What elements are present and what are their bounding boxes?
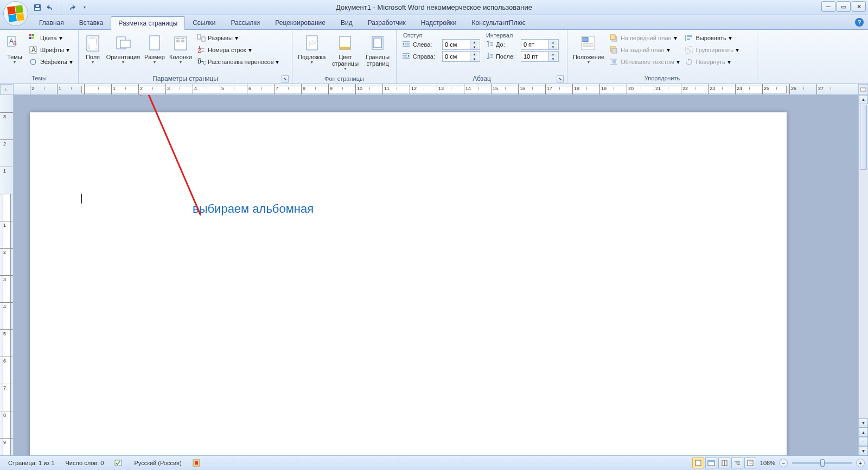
- document-area[interactable]: выбираем альбомная: [14, 95, 858, 455]
- tab-insert[interactable]: Вставка: [72, 16, 111, 29]
- theme-fonts-button[interactable]: A Шрифты▾: [27, 44, 75, 56]
- zoom-out-button[interactable]: −: [779, 459, 788, 467]
- svg-rect-79: [708, 460, 714, 462]
- view-web-layout[interactable]: [718, 458, 730, 468]
- status-macro[interactable]: [188, 458, 205, 469]
- scroll-thumb[interactable]: [860, 105, 867, 170]
- spin-down[interactable]: ▼: [470, 45, 478, 49]
- orientation-button[interactable]: Ориентация▼: [105, 32, 142, 73]
- theme-colors-button[interactable]: Цвета▾: [27, 32, 75, 44]
- office-button[interactable]: [3, 1, 28, 26]
- pagesetup-dialog-launcher[interactable]: ⬊: [282, 75, 289, 82]
- text-wrap-button[interactable]: Обтекание текстом▾: [608, 56, 682, 68]
- svg-rect-77: [695, 460, 701, 466]
- spin-up[interactable]: ▲: [549, 52, 557, 56]
- office-logo-icon: [7, 5, 24, 22]
- restore-button[interactable]: ▭: [837, 1, 851, 12]
- spin-up[interactable]: ▲: [470, 52, 478, 56]
- zoom-slider[interactable]: [792, 462, 852, 464]
- vertical-ruler[interactable]: 321123456789: [0, 95, 14, 455]
- redo-icon[interactable]: [67, 3, 76, 12]
- themes-button[interactable]: Aa Темы ▼: [3, 32, 26, 73]
- group-button[interactable]: Группировать▾: [683, 44, 742, 56]
- tab-home[interactable]: Главная: [31, 16, 72, 29]
- spacing-before-spinner[interactable]: ▲▼: [521, 39, 559, 50]
- page[interactable]: выбираем альбомная: [30, 112, 787, 455]
- indent-left-spinner[interactable]: ▲▼: [442, 39, 480, 50]
- spacing-after-input[interactable]: [521, 53, 548, 60]
- tab-addins[interactable]: Надстройки: [413, 16, 464, 29]
- view-draft[interactable]: [744, 458, 756, 468]
- zoom-level[interactable]: 106%: [757, 458, 778, 469]
- vertical-scrollbar[interactable]: ▲ ▼ ▴ ◦ ▾: [858, 95, 868, 455]
- page-color-button[interactable]: Цвет страницы▼: [329, 32, 362, 73]
- next-page-button[interactable]: ▾: [859, 446, 868, 455]
- close-button[interactable]: ✕: [852, 1, 866, 12]
- tab-selector[interactable]: ∟: [0, 84, 14, 95]
- tab-review[interactable]: Рецензирование: [267, 16, 333, 29]
- position-button[interactable]: Положение▼: [571, 32, 607, 73]
- status-language[interactable]: Русский (Россия): [129, 458, 186, 469]
- scroll-up-button[interactable]: ▲: [859, 95, 868, 104]
- scroll-down-button[interactable]: ▼: [859, 418, 868, 428]
- breaks-button[interactable]: Разрывы▾: [195, 32, 281, 44]
- tab-mailings[interactable]: Рассылки: [223, 16, 267, 29]
- view-full-screen[interactable]: [705, 458, 717, 468]
- svg-rect-1: [35, 8, 40, 10]
- spin-down[interactable]: ▼: [549, 45, 557, 49]
- svg-rect-2: [36, 5, 39, 7]
- tab-references[interactable]: Ссылки: [185, 16, 223, 29]
- minimize-button[interactable]: ─: [821, 1, 835, 12]
- indent-right-spinner[interactable]: ▲▼: [442, 51, 480, 62]
- group-label-arrange: Упорядочить: [570, 74, 755, 84]
- horizontal-ruler[interactable]: 2112345678910111213141516171819202122232…: [14, 84, 858, 95]
- spin-up[interactable]: ▲: [549, 40, 557, 45]
- paragraph-dialog-launcher[interactable]: ⬊: [557, 75, 564, 82]
- size-icon: [146, 35, 163, 52]
- size-button[interactable]: Размер▼: [143, 32, 167, 73]
- zoom-slider-thumb[interactable]: [820, 459, 825, 467]
- send-to-back-button[interactable]: На задний план▾: [608, 44, 682, 56]
- columns-button[interactable]: Колонки▼: [168, 32, 194, 73]
- align-button[interactable]: Выровнять▾: [683, 32, 742, 44]
- status-word-count[interactable]: Число слов: 0: [61, 458, 109, 469]
- spin-down[interactable]: ▼: [470, 56, 478, 61]
- fonts-icon: A: [29, 46, 38, 54]
- tab-developer[interactable]: Разработчик: [360, 16, 413, 29]
- bring-to-front-button[interactable]: На передний план▾: [608, 32, 682, 44]
- spin-down[interactable]: ▼: [549, 56, 557, 61]
- prev-page-button[interactable]: ▴: [859, 428, 868, 437]
- view-print-layout[interactable]: [692, 458, 704, 468]
- svg-text:c: c: [203, 59, 206, 66]
- page-color-icon: [336, 35, 354, 52]
- theme-effects-button[interactable]: Эффекты▾: [27, 56, 75, 68]
- page-borders-button[interactable]: Границы страниц: [362, 32, 393, 73]
- margins-button[interactable]: Поля▼: [82, 32, 104, 73]
- qat-customize-icon[interactable]: ▾: [80, 3, 90, 12]
- hyphenation-button[interactable]: b-ac Расстановка переносов▾: [195, 56, 281, 68]
- status-page[interactable]: Страница: 1 из 1: [3, 458, 60, 469]
- undo-icon[interactable]: [46, 3, 55, 12]
- spin-up[interactable]: ▲: [470, 40, 478, 45]
- spacing-before-input[interactable]: [521, 41, 548, 48]
- window-title: Документ1 - Microsoft Word некоммерческо…: [336, 3, 532, 11]
- browse-object-button[interactable]: ◦: [859, 437, 868, 446]
- tab-view[interactable]: Вид: [333, 16, 360, 29]
- tab-konsultant[interactable]: КонсультантПлюс: [464, 16, 533, 29]
- tab-page-layout[interactable]: Разметка страницы: [111, 16, 185, 30]
- indent-left-input[interactable]: [443, 41, 470, 48]
- colors-icon: [29, 34, 38, 42]
- indent-right-input[interactable]: [443, 53, 470, 60]
- watermark-button[interactable]: Abc Подложка▼: [296, 32, 328, 73]
- view-outline[interactable]: [731, 458, 743, 468]
- ruler-toggle-button[interactable]: [858, 84, 868, 95]
- line-numbers-button[interactable]: 12 Номера строк▾: [195, 44, 281, 56]
- spacing-after-spinner[interactable]: ▲▼: [521, 51, 559, 62]
- svg-rect-37: [340, 47, 350, 49]
- help-button[interactable]: ?: [855, 18, 864, 27]
- rotate-button[interactable]: Повернуть▾: [683, 56, 742, 68]
- status-bar: Страница: 1 из 1 Число слов: 0 Русский (…: [0, 455, 868, 470]
- status-spellcheck[interactable]: [110, 458, 128, 469]
- zoom-in-button[interactable]: +: [856, 459, 865, 467]
- save-icon[interactable]: [33, 3, 42, 12]
